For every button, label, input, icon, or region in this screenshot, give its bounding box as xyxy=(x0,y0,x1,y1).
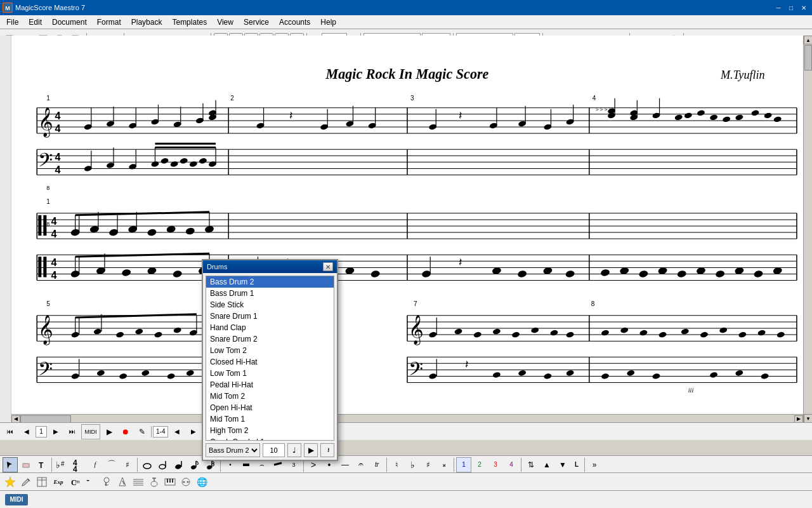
piano-button[interactable] xyxy=(162,474,178,490)
dialog-close-button[interactable]: ✕ xyxy=(323,262,333,271)
chord-button[interactable]: Cm xyxy=(67,474,82,490)
rec-small-button[interactable]: ⏺ xyxy=(118,424,133,439)
menu-service[interactable]: Service xyxy=(239,16,274,29)
expand-button[interactable]: » xyxy=(587,457,602,472)
flip-button[interactable]: ⇅ xyxy=(523,457,539,472)
h-scroll-thumb[interactable] xyxy=(20,415,71,423)
nav-end-button[interactable]: ⏭ xyxy=(65,424,80,439)
note-arrow-button[interactable]: ▶ xyxy=(304,443,318,457)
midi-button[interactable]: MIDI xyxy=(81,424,100,439)
exp-button[interactable]: Exp xyxy=(50,474,67,490)
trill-button[interactable]: tr xyxy=(369,457,384,472)
globe-button[interactable]: 🌐 xyxy=(194,474,209,490)
minimize-button[interactable]: ─ xyxy=(773,3,784,13)
svg-point-266 xyxy=(167,373,176,380)
staff-button[interactable] xyxy=(131,474,146,490)
flat-button[interactable]: ♭ xyxy=(405,457,420,472)
guitar-button[interactable] xyxy=(147,474,162,490)
drums-item-4[interactable]: Hand Clap xyxy=(206,322,334,333)
scroll-thumb[interactable] xyxy=(804,45,812,70)
scroll-down-arrow[interactable]: ▼ xyxy=(804,414,812,423)
large-button[interactable]: L xyxy=(571,457,582,472)
close-button[interactable]: ✕ xyxy=(798,3,809,13)
fermata-button[interactable]: 𝄐 xyxy=(353,457,369,472)
voice1-button[interactable]: 1 xyxy=(456,457,471,472)
slur-button[interactable]: ⌒ xyxy=(104,457,119,472)
svg-point-191 xyxy=(638,270,648,278)
range-prev[interactable]: ◀ xyxy=(169,424,185,439)
scroll-left-arrow[interactable]: ◀ xyxy=(11,415,20,423)
drums-item-5[interactable]: Snare Drum 2 xyxy=(206,333,334,345)
drums-item-1[interactable]: Bass Drum 1 xyxy=(206,288,334,299)
eighth-note[interactable] xyxy=(187,457,202,472)
menu-help[interactable]: Help xyxy=(315,16,341,29)
nav-start-button[interactable]: ⏮ xyxy=(3,424,18,439)
menu-templates[interactable]: Templates xyxy=(167,16,212,29)
accidental-button[interactable]: ♯ xyxy=(120,457,135,472)
svg-marker-308 xyxy=(5,477,15,487)
drums-item-11[interactable]: Open Hi-Hat xyxy=(206,402,334,413)
menu-edit[interactable]: Edit xyxy=(23,16,47,29)
menu-view[interactable]: View xyxy=(212,16,239,29)
menu-format[interactable]: Format xyxy=(92,16,126,29)
drums-item-14[interactable]: Crash Cymbal 1 xyxy=(206,436,334,441)
sharp-button[interactable]: ♯ xyxy=(421,457,436,472)
menu-playback[interactable]: Playback xyxy=(126,16,167,29)
eraser-tool[interactable] xyxy=(18,457,34,472)
key-sig-button[interactable]: ♭# xyxy=(54,457,69,472)
note-rest-button[interactable]: 𝄽 xyxy=(320,443,334,457)
pencil-button[interactable]: ✎ xyxy=(134,424,150,439)
table-button[interactable] xyxy=(34,474,49,490)
menu-document[interactable]: Document xyxy=(47,16,92,29)
nat-button[interactable]: ♮ xyxy=(389,457,404,472)
dialog-title-bar[interactable]: Drums ✕ xyxy=(203,260,337,273)
star-button[interactable] xyxy=(3,474,18,490)
vertical-scrollbar[interactable]: ▲ ▼ xyxy=(803,36,812,423)
metronome-button[interactable] xyxy=(115,474,130,490)
scroll-up-arrow[interactable]: ▲ xyxy=(804,36,812,44)
nav-left-button[interactable]: ◀ xyxy=(19,424,34,439)
drums-list[interactable]: Bass Drum 2 Bass Drum 1 Side Stick Snare… xyxy=(206,276,334,441)
drums-item-3[interactable]: Snare Drum 1 xyxy=(206,311,334,322)
drums-item-7[interactable]: Closed Hi-Hat xyxy=(206,356,334,368)
drums-item-6[interactable]: Low Tom 2 xyxy=(206,345,334,356)
scroll-right-arrow[interactable]: ▶ xyxy=(794,415,803,423)
menu-accounts[interactable]: Accounts xyxy=(274,16,315,29)
half-note[interactable] xyxy=(155,457,171,472)
text-tool[interactable]: T xyxy=(34,457,49,472)
drums-item-12[interactable]: Mid Tom 1 xyxy=(206,413,334,425)
voice2-button[interactable]: 2 xyxy=(472,457,487,472)
down-button[interactable]: ▼ xyxy=(555,457,570,472)
menu-file[interactable]: File xyxy=(1,16,23,29)
note-icon-button[interactable]: ♩ xyxy=(287,443,301,457)
voice4-button[interactable]: 4 xyxy=(504,457,519,472)
voice3-button[interactable]: 3 xyxy=(488,457,503,472)
left-margin xyxy=(0,36,11,423)
svg-point-263 xyxy=(96,370,105,377)
paint-button[interactable] xyxy=(99,474,114,490)
midi-tool-button[interactable] xyxy=(178,474,193,490)
maximize-button[interactable]: □ xyxy=(785,3,797,13)
drums-item-9[interactable]: Pedal Hi-Hat xyxy=(206,379,334,391)
quarter-note[interactable] xyxy=(171,457,187,472)
time-sig-button[interactable]: 44 xyxy=(70,457,86,472)
drums-item-2[interactable]: Side Stick xyxy=(206,299,334,311)
note-value-input[interactable] xyxy=(263,443,285,457)
ornament-button[interactable]: 𝄻 xyxy=(83,474,98,490)
select-tool[interactable] xyxy=(3,457,18,472)
double-sharp-button[interactable]: 𝄪 xyxy=(436,457,452,472)
up-button[interactable]: ▲ xyxy=(539,457,554,472)
whole-note[interactable] xyxy=(140,457,155,472)
note-select[interactable]: Bass Drum 2 xyxy=(206,443,260,457)
drums-item-10[interactable]: Mid Tom 2 xyxy=(206,391,334,402)
nav-right-button[interactable]: ▶ xyxy=(48,424,63,439)
drums-item-8[interactable]: Low Tom 1 xyxy=(206,368,334,379)
drums-item-0[interactable]: Bass Drum 2 xyxy=(206,276,334,288)
horizontal-scrollbar[interactable]: ◀ ▶ xyxy=(11,414,803,423)
dynamics-button[interactable]: f xyxy=(87,457,103,472)
edit2-button[interactable] xyxy=(18,474,34,490)
drums-item-13[interactable]: High Tom 2 xyxy=(206,425,334,436)
play-small-button[interactable]: ▶ xyxy=(102,424,117,439)
range-next[interactable]: ▶ xyxy=(186,424,201,439)
tenuto-button[interactable]: — xyxy=(337,457,353,472)
